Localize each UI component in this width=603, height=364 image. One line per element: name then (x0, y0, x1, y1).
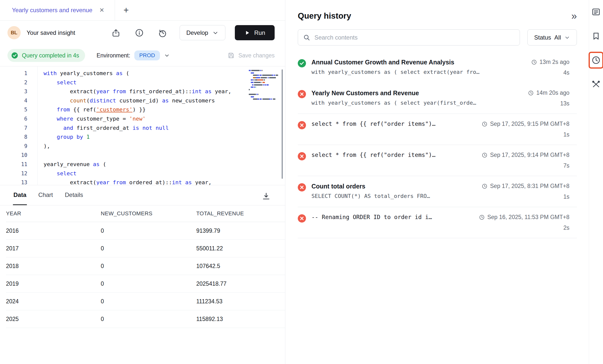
history-item-meta: Sep 17, 2025, 9:15 PM GMT+81s (482, 121, 569, 138)
history-item[interactable]: Annual Customer Growth and Revenue Analy… (298, 52, 577, 83)
code-line[interactable]: from {{ ref('customers') }} (44, 105, 285, 114)
code-token (109, 179, 113, 185)
develop-dropdown-button[interactable]: Develop (180, 25, 225, 40)
share-button[interactable] (110, 27, 122, 39)
code-line[interactable]: select (44, 169, 285, 178)
search-box[interactable] (298, 29, 520, 46)
results-tab-data[interactable]: Data (13, 185, 27, 205)
table-cell: 115892.13 (196, 316, 285, 322)
history-item[interactable]: select * from {{ ref("order_items")…Sep … (298, 114, 577, 145)
code-line[interactable] (44, 151, 285, 160)
history-item-title: select * from {{ ref("order_items")… (311, 121, 476, 127)
history-item-title: Count total orders (311, 183, 476, 190)
code-token: new_customers (169, 97, 215, 104)
history-item[interactable]: Count total ordersSELECT COUNT(*) AS tot… (298, 176, 577, 207)
line-number: 9 (0, 142, 27, 151)
code-token (44, 116, 57, 122)
code-line[interactable]: where customer_type = 'new' (44, 114, 285, 124)
code-token: year (96, 179, 109, 185)
outline-icon[interactable] (591, 6, 602, 17)
environment-selector[interactable]: Environment: PROD (97, 50, 170, 60)
code-token: from (57, 106, 70, 113)
list-divider (298, 238, 577, 238)
save-icon (227, 52, 235, 59)
history-item[interactable]: -- Renaming ORDER_ID to order_id i…Sep 1… (298, 207, 577, 238)
tab-yearly-customers-and-revenue[interactable]: Yearly customers and revenue ✕ (0, 0, 115, 20)
table-row[interactable]: 20240111234.53 (6, 293, 285, 310)
app-window: Yearly customers and revenue ✕ + BL Your… (0, 0, 603, 364)
table-row[interactable]: 2016091399.79 (6, 222, 285, 240)
right-sidebar (589, 0, 603, 364)
history-item[interactable]: Yearly New Customers and Revenuewith yea… (298, 83, 577, 114)
history-item-time: 13m 2s ago (531, 59, 569, 65)
code-token: customer_id) (116, 97, 162, 104)
search-input[interactable] (314, 34, 515, 41)
minimap-line (249, 96, 278, 97)
history-item-meta: 14m 20s ago13s (528, 90, 569, 107)
code-token (44, 170, 57, 177)
save-changes-label: Save changes (238, 52, 275, 59)
history-item-time: Sep 16, 2025, 11:53 PM GMT+8 (479, 214, 569, 221)
code-token: as (116, 70, 123, 76)
code-token: first_ordered_at (73, 125, 132, 131)
code-line[interactable]: extract(year from ordered_at)::int as ye… (44, 178, 285, 185)
status-filter-dropdown[interactable]: Status All (527, 29, 577, 46)
version-history-button[interactable] (157, 27, 169, 39)
close-tab-icon[interactable]: ✕ (99, 7, 104, 14)
bookmark-icon[interactable] (591, 31, 602, 42)
avatar[interactable]: BL (7, 26, 21, 39)
results-tab-details[interactable]: Details (64, 185, 84, 205)
code-token (109, 88, 113, 94)
results-tab-bar: DataChartDetails (0, 185, 285, 205)
code-line[interactable]: ), (44, 142, 285, 151)
minimap-line (249, 94, 278, 95)
download-results-button[interactable] (260, 190, 272, 202)
code-line[interactable]: group by 1 (44, 133, 285, 142)
error-icon (298, 183, 306, 191)
history-item-preview: with yearly_customers as ( select extrac… (311, 69, 526, 75)
code-line[interactable]: and first_ordered_at is not null (44, 124, 285, 133)
table-row[interactable]: 20250115892.13 (6, 310, 285, 328)
editor-minimap[interactable] (249, 70, 278, 101)
code-area[interactable]: with yearly_customers as ( select extrac… (37, 66, 285, 185)
table-row[interactable]: 20170550011.22 (6, 240, 285, 257)
results-tab-chart[interactable]: Chart (38, 185, 53, 205)
table-cell: 2024 (6, 298, 101, 305)
run-button[interactable]: Run (235, 25, 275, 40)
sql-editor-panel: Yearly customers and revenue ✕ + BL Your… (0, 0, 285, 364)
history-item-time: Sep 17, 2025, 8:31 PM GMT+8 (482, 183, 569, 189)
code-line[interactable]: yearly_revenue as ( (44, 160, 285, 169)
code-token (44, 79, 57, 86)
environment-value-badge: PROD (134, 50, 160, 60)
line-number: 2 (0, 78, 27, 87)
history-item-time: Sep 17, 2025, 9:14 PM GMT+8 (482, 152, 569, 158)
history-item-preview: with yearly_customers as ( select year(f… (311, 100, 522, 106)
tab-bar: Yearly customers and revenue ✕ + (0, 0, 285, 21)
history-item-time: Sep 17, 2025, 9:15 PM GMT+8 (482, 121, 569, 127)
save-changes-button[interactable]: Save changes (227, 52, 275, 59)
history-item[interactable]: select * from {{ ref("order_items")…Sep … (298, 145, 577, 176)
ref-link[interactable]: 'customers' (96, 106, 133, 113)
info-button[interactable] (133, 27, 145, 39)
time-text: Sep 17, 2025, 8:31 PM GMT+8 (490, 183, 569, 189)
develop-label: Develop (186, 29, 208, 36)
new-tab-button[interactable]: + (123, 6, 129, 15)
time-text: 14m 20s ago (536, 90, 569, 96)
collapse-panel-icon[interactable]: » (571, 11, 577, 21)
query-history-list: Annual Customer Growth and Revenue Analy… (298, 52, 577, 238)
status-filter-value: All (554, 34, 561, 41)
code-token: where (57, 116, 73, 122)
code-token: and (63, 125, 73, 131)
code-token (73, 134, 76, 140)
code-token: not (142, 125, 152, 131)
table-row[interactable]: 201902025418.77 (6, 275, 285, 293)
table-row[interactable]: 20180107642.5 (6, 257, 285, 275)
editor-scrollbar[interactable] (282, 69, 283, 179)
sql-code-editor[interactable]: 12345678910111213 with yearly_customers … (0, 66, 285, 185)
code-token: ( (123, 70, 129, 76)
lineage-icon[interactable] (591, 79, 602, 90)
history-icon[interactable] (591, 55, 602, 66)
table-cell: 107642.5 (196, 263, 285, 270)
minimap-line (249, 84, 278, 86)
success-icon (298, 59, 306, 67)
